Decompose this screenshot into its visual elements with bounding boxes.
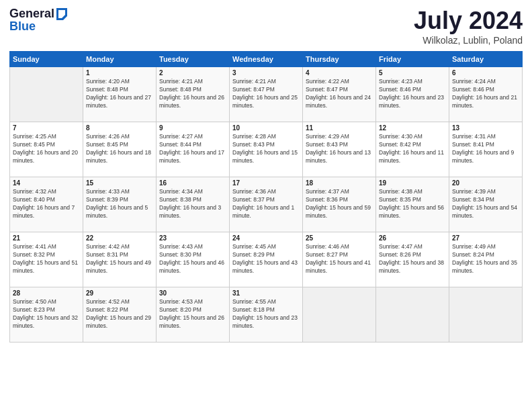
day-number: 27 (452, 234, 519, 242)
day-detail: Sunrise: 4:46 AMSunset: 8:27 PMDaylight:… (306, 243, 373, 275)
day-detail: Sunrise: 4:21 AMSunset: 8:48 PMDaylight:… (159, 78, 226, 110)
day-number: 1 (86, 69, 153, 77)
day-number: 30 (159, 289, 226, 297)
cell-2-1: 15 Sunrise: 4:33 AMSunset: 8:39 PMDaylig… (83, 177, 157, 232)
cell-1-2: 9 Sunrise: 4:27 AMSunset: 8:44 PMDayligh… (157, 122, 230, 177)
title-area: July 2024 Wilkolaz, Lublin, Poland (414, 7, 523, 46)
cell-0-0 (10, 67, 83, 122)
day-number: 26 (379, 234, 446, 242)
day-detail: Sunrise: 4:28 AMSunset: 8:43 PMDaylight:… (232, 133, 300, 165)
day-detail: Sunrise: 4:43 AMSunset: 8:30 PMDaylight:… (159, 243, 226, 275)
day-number: 22 (86, 234, 153, 242)
day-number: 29 (86, 289, 153, 297)
cell-4-0: 28 Sunrise: 4:50 AMSunset: 8:23 PMDaylig… (10, 287, 83, 342)
day-detail: Sunrise: 4:24 AMSunset: 8:46 PMDaylight:… (452, 78, 519, 110)
cell-2-6: 20 Sunrise: 4:39 AMSunset: 8:34 PMDaylig… (449, 177, 523, 232)
day-detail: Sunrise: 4:32 AMSunset: 8:40 PMDaylight:… (13, 188, 80, 220)
day-detail: Sunrise: 4:42 AMSunset: 8:31 PMDaylight:… (86, 243, 153, 275)
cell-0-1: 1 Sunrise: 4:20 AMSunset: 8:48 PMDayligh… (83, 67, 157, 122)
day-detail: Sunrise: 4:26 AMSunset: 8:45 PMDaylight:… (86, 133, 153, 165)
day-number: 24 (232, 234, 300, 242)
day-number: 5 (379, 69, 446, 77)
cell-3-3: 24 Sunrise: 4:45 AMSunset: 8:29 PMDaylig… (230, 232, 303, 287)
week-row-2: 7 Sunrise: 4:25 AMSunset: 8:45 PMDayligh… (10, 122, 523, 177)
cell-1-5: 12 Sunrise: 4:30 AMSunset: 8:42 PMDaylig… (376, 122, 449, 177)
day-number: 20 (452, 179, 519, 187)
header-row: Sunday Monday Tuesday Wednesday Thursday… (10, 52, 523, 67)
day-detail: Sunrise: 4:41 AMSunset: 8:32 PMDaylight:… (13, 243, 80, 275)
day-number: 4 (306, 69, 373, 77)
cell-2-0: 14 Sunrise: 4:32 AMSunset: 8:40 PMDaylig… (10, 177, 83, 232)
day-number: 13 (452, 124, 519, 132)
day-number: 14 (13, 179, 80, 187)
week-row-4: 21 Sunrise: 4:41 AMSunset: 8:32 PMDaylig… (10, 232, 523, 287)
main-container: General Blue July 2024 Wilkolaz, Lublin,… (0, 0, 532, 348)
day-detail: Sunrise: 4:23 AMSunset: 8:46 PMDaylight:… (379, 78, 446, 110)
day-number: 7 (13, 124, 80, 132)
logo: General Blue (9, 7, 67, 34)
day-detail: Sunrise: 4:45 AMSunset: 8:29 PMDaylight:… (232, 243, 300, 275)
cell-2-4: 18 Sunrise: 4:37 AMSunset: 8:36 PMDaylig… (303, 177, 376, 232)
day-number: 11 (306, 124, 373, 132)
day-detail: Sunrise: 4:31 AMSunset: 8:41 PMDaylight:… (452, 133, 519, 165)
cell-4-2: 30 Sunrise: 4:53 AMSunset: 8:20 PMDaylig… (157, 287, 230, 342)
day-detail: Sunrise: 4:29 AMSunset: 8:43 PMDaylight:… (306, 133, 373, 165)
cell-4-5 (376, 287, 449, 342)
cell-1-6: 13 Sunrise: 4:31 AMSunset: 8:41 PMDaylig… (449, 122, 523, 177)
week-row-5: 28 Sunrise: 4:50 AMSunset: 8:23 PMDaylig… (10, 287, 523, 342)
calendar-table: Sunday Monday Tuesday Wednesday Thursday… (9, 51, 523, 342)
day-detail: Sunrise: 4:52 AMSunset: 8:22 PMDaylight:… (86, 298, 153, 330)
day-detail: Sunrise: 4:39 AMSunset: 8:34 PMDaylight:… (452, 188, 519, 220)
header-monday: Monday (83, 52, 157, 67)
cell-1-0: 7 Sunrise: 4:25 AMSunset: 8:45 PMDayligh… (10, 122, 83, 177)
cell-1-3: 10 Sunrise: 4:28 AMSunset: 8:43 PMDaylig… (230, 122, 303, 177)
day-detail: Sunrise: 4:55 AMSunset: 8:18 PMDaylight:… (232, 298, 300, 330)
week-row-1: 1 Sunrise: 4:20 AMSunset: 8:48 PMDayligh… (10, 67, 523, 122)
cell-4-6 (449, 287, 523, 342)
day-detail: Sunrise: 4:53 AMSunset: 8:20 PMDaylight:… (159, 298, 226, 330)
header-friday: Friday (376, 52, 449, 67)
cell-4-1: 29 Sunrise: 4:52 AMSunset: 8:22 PMDaylig… (83, 287, 157, 342)
day-detail: Sunrise: 4:22 AMSunset: 8:47 PMDaylight:… (306, 78, 373, 110)
cell-3-6: 27 Sunrise: 4:49 AMSunset: 8:24 PMDaylig… (449, 232, 523, 287)
header-wednesday: Wednesday (230, 52, 303, 67)
day-number: 8 (86, 124, 153, 132)
cell-3-0: 21 Sunrise: 4:41 AMSunset: 8:32 PMDaylig… (10, 232, 83, 287)
cell-0-4: 4 Sunrise: 4:22 AMSunset: 8:47 PMDayligh… (303, 67, 376, 122)
day-number: 17 (232, 179, 300, 187)
day-detail: Sunrise: 4:33 AMSunset: 8:39 PMDaylight:… (86, 188, 153, 220)
cell-0-3: 3 Sunrise: 4:21 AMSunset: 8:47 PMDayligh… (230, 67, 303, 122)
location: Wilkolaz, Lublin, Poland (414, 35, 523, 46)
day-number: 6 (452, 69, 519, 77)
day-detail: Sunrise: 4:49 AMSunset: 8:24 PMDaylight:… (452, 243, 519, 275)
day-number: 23 (159, 234, 226, 242)
cell-3-5: 26 Sunrise: 4:47 AMSunset: 8:26 PMDaylig… (376, 232, 449, 287)
cell-3-1: 22 Sunrise: 4:42 AMSunset: 8:31 PMDaylig… (83, 232, 157, 287)
cell-2-5: 19 Sunrise: 4:38 AMSunset: 8:35 PMDaylig… (376, 177, 449, 232)
day-detail: Sunrise: 4:50 AMSunset: 8:23 PMDaylight:… (13, 298, 80, 330)
cell-3-4: 25 Sunrise: 4:46 AMSunset: 8:27 PMDaylig… (303, 232, 376, 287)
cell-0-5: 5 Sunrise: 4:23 AMSunset: 8:46 PMDayligh… (376, 67, 449, 122)
cell-4-4 (303, 287, 376, 342)
day-number: 3 (232, 69, 300, 77)
day-number: 28 (13, 289, 80, 297)
day-detail: Sunrise: 4:25 AMSunset: 8:45 PMDaylight:… (13, 133, 80, 165)
cell-1-4: 11 Sunrise: 4:29 AMSunset: 8:43 PMDaylig… (303, 122, 376, 177)
month-title: July 2024 (414, 7, 523, 35)
cell-0-2: 2 Sunrise: 4:21 AMSunset: 8:48 PMDayligh… (157, 67, 230, 122)
header: General Blue July 2024 Wilkolaz, Lublin,… (9, 7, 523, 46)
day-number: 9 (159, 124, 226, 132)
day-number: 15 (86, 179, 153, 187)
day-number: 12 (379, 124, 446, 132)
cell-2-3: 17 Sunrise: 4:36 AMSunset: 8:37 PMDaylig… (230, 177, 303, 232)
header-saturday: Saturday (449, 52, 523, 67)
header-sunday: Sunday (10, 52, 83, 67)
cell-1-1: 8 Sunrise: 4:26 AMSunset: 8:45 PMDayligh… (83, 122, 157, 177)
header-thursday: Thursday (303, 52, 376, 67)
day-number: 19 (379, 179, 446, 187)
logo-blue: Blue (9, 19, 36, 34)
cell-0-6: 6 Sunrise: 4:24 AMSunset: 8:46 PMDayligh… (449, 67, 523, 122)
logo-general: General (9, 7, 54, 21)
day-detail: Sunrise: 4:37 AMSunset: 8:36 PMDaylight:… (306, 188, 373, 220)
cell-3-2: 23 Sunrise: 4:43 AMSunset: 8:30 PMDaylig… (157, 232, 230, 287)
